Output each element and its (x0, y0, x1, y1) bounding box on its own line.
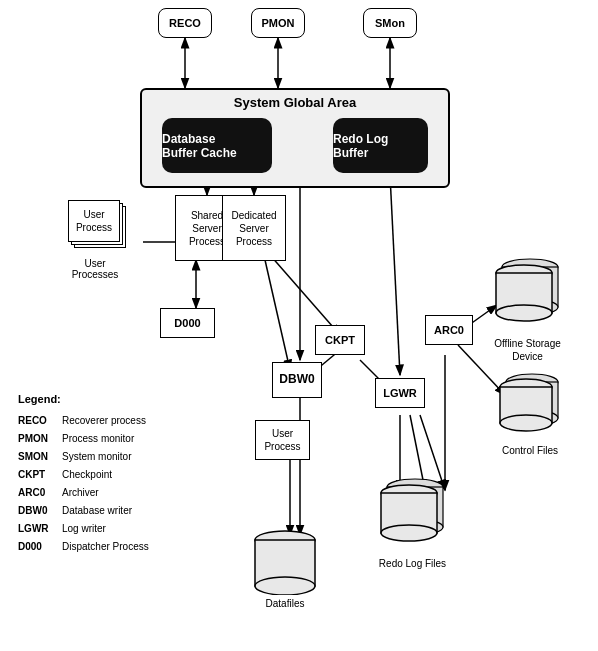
datafiles-cylinder: Datafiles (245, 530, 325, 610)
svg-line-18 (265, 260, 290, 370)
svg-point-31 (381, 525, 437, 541)
redo-log-files-cylinder: Redo Log Files (370, 475, 455, 570)
legend-key: PMON (18, 430, 56, 448)
offline-storage-cylinder: Offline Storage Device (480, 255, 575, 363)
legend-row: RECORecoverer process (18, 412, 149, 430)
legend-desc: Checkpoint (62, 466, 112, 484)
legend-desc: Archiver (62, 484, 99, 502)
legend-desc: Dispatcher Process (62, 538, 149, 556)
redo-log-buffer-box: Redo Log Buffer (333, 118, 428, 173)
legend-key: RECO (18, 412, 56, 430)
d000-box: D000 (160, 308, 215, 338)
legend-key: CKPT (18, 466, 56, 484)
legend-key: ARC0 (18, 484, 56, 502)
legend-key: LGWR (18, 520, 56, 538)
legend-row: ARC0Archiver (18, 484, 149, 502)
lgwr-box: LGWR (375, 378, 425, 408)
sga-title: System Global Area (142, 95, 448, 110)
legend-desc: Database writer (62, 502, 132, 520)
legend-desc: Log writer (62, 520, 106, 538)
ckpt-box: CKPT (315, 325, 365, 355)
dedicated-server-box: Dedicated Server Process (222, 195, 286, 261)
legend-row: CKPTCheckpoint (18, 466, 149, 484)
legend-row: SMONSystem monitor (18, 448, 149, 466)
legend-row: D000Dispatcher Process (18, 538, 149, 556)
svg-line-20 (390, 175, 400, 375)
smon-box: SMon (363, 8, 417, 38)
sga-box: System Global Area Database Buffer Cache… (140, 88, 450, 188)
legend-key: SMON (18, 448, 56, 466)
svg-line-19 (270, 255, 340, 335)
legend-key: D000 (18, 538, 56, 556)
user-process-bottom-box: User Process (255, 420, 310, 460)
legend-row: DBW0Database writer (18, 502, 149, 520)
svg-point-37 (496, 305, 552, 321)
legend-desc: Process monitor (62, 430, 134, 448)
legend-desc: Recoverer process (62, 412, 146, 430)
diagram: RECO PMON SMon System Global Area Databa… (0, 0, 598, 651)
legend-desc: System monitor (62, 448, 131, 466)
svg-point-25 (255, 577, 315, 595)
svg-point-43 (500, 415, 552, 431)
legend-row: PMONProcess monitor (18, 430, 149, 448)
user-process-stack: User Process (68, 200, 130, 255)
legend-key: DBW0 (18, 502, 56, 520)
legend: Legend: RECORecoverer processPMONProcess… (18, 390, 149, 556)
dbw0-box: DBW0 (272, 362, 322, 398)
legend-row: LGWRLog writer (18, 520, 149, 538)
arc0-box: ARC0 (425, 315, 473, 345)
control-files-cylinder: Control Files (485, 370, 575, 457)
reco-box: RECO (158, 8, 212, 38)
user-processes-label: User Processes (60, 258, 130, 280)
pmon-box: PMON (251, 8, 305, 38)
db-buffer-cache-box: Database Buffer Cache (162, 118, 272, 173)
